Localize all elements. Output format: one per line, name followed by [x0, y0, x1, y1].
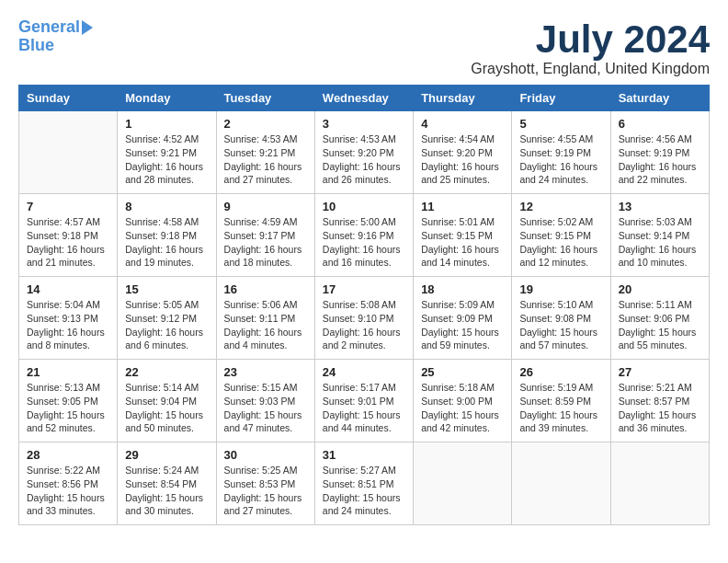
day-number: 8	[125, 200, 208, 213]
calendar-cell: 31Sunrise: 5:27 AM Sunset: 8:51 PM Dayli…	[314, 442, 413, 525]
day-info: Sunrise: 5:10 AM Sunset: 9:08 PM Dayligh…	[519, 298, 602, 352]
day-number: 16	[224, 282, 307, 296]
day-number: 7	[27, 200, 109, 213]
calendar-week-row: 7Sunrise: 4:57 AM Sunset: 9:18 PM Daylig…	[19, 194, 710, 277]
day-number: 29	[125, 448, 208, 462]
day-info: Sunrise: 4:55 AM Sunset: 9:19 PM Dayligh…	[519, 132, 602, 187]
day-info: Sunrise: 5:06 AM Sunset: 9:11 PM Dayligh…	[224, 298, 307, 352]
day-info: Sunrise: 5:01 AM Sunset: 9:15 PM Dayligh…	[421, 215, 504, 270]
day-info: Sunrise: 5:05 AM Sunset: 9:12 PM Dayligh…	[125, 298, 208, 352]
day-number: 24	[323, 365, 405, 379]
header-thursday: Thursday	[414, 86, 512, 111]
day-number: 1	[125, 117, 208, 131]
calendar-week-row: 1Sunrise: 4:52 AM Sunset: 9:21 PM Daylig…	[19, 111, 710, 194]
calendar-cell: 3Sunrise: 4:53 AM Sunset: 9:20 PM Daylig…	[314, 111, 413, 194]
calendar-cell	[19, 111, 118, 194]
calendar-week-row: 14Sunrise: 5:04 AM Sunset: 9:13 PM Dayli…	[19, 277, 710, 360]
header-friday: Friday	[512, 86, 610, 111]
day-number: 5	[519, 117, 602, 131]
calendar-cell: 12Sunrise: 5:02 AM Sunset: 9:15 PM Dayli…	[512, 194, 610, 277]
calendar-cell: 17Sunrise: 5:08 AM Sunset: 9:10 PM Dayli…	[314, 277, 413, 360]
day-number: 3	[323, 117, 405, 131]
day-info: Sunrise: 5:24 AM Sunset: 8:54 PM Dayligh…	[125, 464, 208, 518]
day-info: Sunrise: 4:53 AM Sunset: 9:21 PM Dayligh…	[224, 132, 307, 187]
calendar-cell: 19Sunrise: 5:10 AM Sunset: 9:08 PM Dayli…	[512, 277, 610, 360]
calendar-cell: 9Sunrise: 4:59 AM Sunset: 9:17 PM Daylig…	[216, 194, 314, 277]
day-info: Sunrise: 5:19 AM Sunset: 8:59 PM Dayligh…	[519, 381, 602, 435]
day-info: Sunrise: 5:09 AM Sunset: 9:09 PM Dayligh…	[421, 298, 504, 352]
header-saturday: Saturday	[610, 86, 709, 111]
calendar-cell: 28Sunrise: 5:22 AM Sunset: 8:56 PM Dayli…	[19, 442, 118, 525]
day-info: Sunrise: 5:18 AM Sunset: 9:00 PM Dayligh…	[421, 381, 504, 435]
day-number: 9	[224, 200, 307, 213]
logo-arrow-icon	[82, 20, 93, 35]
header-tuesday: Tuesday	[216, 86, 314, 111]
day-info: Sunrise: 5:25 AM Sunset: 8:53 PM Dayligh…	[224, 464, 307, 518]
day-info: Sunrise: 5:04 AM Sunset: 9:13 PM Dayligh…	[27, 298, 109, 352]
day-number: 11	[421, 200, 504, 213]
calendar-cell: 6Sunrise: 4:56 AM Sunset: 9:19 PM Daylig…	[610, 111, 709, 194]
day-info: Sunrise: 5:21 AM Sunset: 8:57 PM Dayligh…	[619, 381, 701, 435]
logo-blue: Blue	[18, 37, 54, 55]
calendar-cell: 11Sunrise: 5:01 AM Sunset: 9:15 PM Dayli…	[414, 194, 512, 277]
calendar-table: Sunday Monday Tuesday Wednesday Thursday…	[18, 85, 710, 525]
day-number: 14	[27, 282, 109, 296]
calendar-cell	[610, 442, 709, 525]
calendar-cell: 1Sunrise: 4:52 AM Sunset: 9:21 PM Daylig…	[118, 111, 216, 194]
calendar-cell: 4Sunrise: 4:54 AM Sunset: 9:20 PM Daylig…	[414, 111, 512, 194]
day-number: 20	[619, 282, 701, 296]
day-number: 30	[224, 448, 307, 462]
day-number: 25	[421, 365, 504, 379]
day-info: Sunrise: 4:57 AM Sunset: 9:18 PM Dayligh…	[27, 215, 109, 270]
day-number: 26	[519, 365, 602, 379]
header-wednesday: Wednesday	[314, 86, 413, 111]
calendar-cell: 24Sunrise: 5:17 AM Sunset: 9:01 PM Dayli…	[314, 360, 413, 442]
day-info: Sunrise: 5:22 AM Sunset: 8:56 PM Dayligh…	[27, 464, 109, 518]
calendar-cell: 18Sunrise: 5:09 AM Sunset: 9:09 PM Dayli…	[414, 277, 512, 360]
day-number: 31	[323, 448, 405, 462]
day-number: 18	[421, 282, 504, 296]
day-info: Sunrise: 4:58 AM Sunset: 9:18 PM Dayligh…	[125, 215, 208, 270]
day-number: 4	[421, 117, 504, 131]
calendar-cell: 10Sunrise: 5:00 AM Sunset: 9:16 PM Dayli…	[314, 194, 413, 277]
day-info: Sunrise: 4:56 AM Sunset: 9:19 PM Dayligh…	[619, 132, 701, 187]
calendar-cell: 13Sunrise: 5:03 AM Sunset: 9:14 PM Dayli…	[610, 194, 709, 277]
calendar-cell: 30Sunrise: 5:25 AM Sunset: 8:53 PM Dayli…	[216, 442, 314, 525]
day-info: Sunrise: 5:03 AM Sunset: 9:14 PM Dayligh…	[619, 215, 701, 270]
logo-text: General	[18, 18, 93, 37]
day-number: 21	[27, 365, 109, 379]
day-info: Sunrise: 5:02 AM Sunset: 9:15 PM Dayligh…	[519, 215, 602, 270]
calendar-cell: 14Sunrise: 5:04 AM Sunset: 9:13 PM Dayli…	[19, 277, 118, 360]
calendar-week-row: 28Sunrise: 5:22 AM Sunset: 8:56 PM Dayli…	[19, 442, 710, 525]
day-number: 28	[27, 448, 109, 462]
calendar-cell: 20Sunrise: 5:11 AM Sunset: 9:06 PM Dayli…	[610, 277, 709, 360]
day-info: Sunrise: 5:13 AM Sunset: 9:05 PM Dayligh…	[27, 381, 109, 435]
day-number: 2	[224, 117, 307, 131]
calendar-cell: 22Sunrise: 5:14 AM Sunset: 9:04 PM Dayli…	[118, 360, 216, 442]
day-number: 23	[224, 365, 307, 379]
day-info: Sunrise: 4:54 AM Sunset: 9:20 PM Dayligh…	[421, 132, 504, 187]
calendar-cell: 7Sunrise: 4:57 AM Sunset: 9:18 PM Daylig…	[19, 194, 118, 277]
day-number: 12	[519, 200, 602, 213]
day-number: 22	[125, 365, 208, 379]
calendar-cell: 21Sunrise: 5:13 AM Sunset: 9:05 PM Dayli…	[19, 360, 118, 442]
day-info: Sunrise: 5:17 AM Sunset: 9:01 PM Dayligh…	[323, 381, 405, 435]
logo: General Blue	[18, 18, 93, 55]
calendar-cell: 29Sunrise: 5:24 AM Sunset: 8:54 PM Dayli…	[118, 442, 216, 525]
calendar-cell: 27Sunrise: 5:21 AM Sunset: 8:57 PM Dayli…	[610, 360, 709, 442]
day-number: 13	[619, 200, 701, 213]
calendar-cell: 25Sunrise: 5:18 AM Sunset: 9:00 PM Dayli…	[414, 360, 512, 442]
day-info: Sunrise: 4:52 AM Sunset: 9:21 PM Dayligh…	[125, 132, 208, 187]
day-info: Sunrise: 5:15 AM Sunset: 9:03 PM Dayligh…	[224, 381, 307, 435]
day-info: Sunrise: 4:53 AM Sunset: 9:20 PM Dayligh…	[323, 132, 405, 187]
calendar-cell: 8Sunrise: 4:58 AM Sunset: 9:18 PM Daylig…	[118, 194, 216, 277]
calendar-cell	[414, 442, 512, 525]
day-number: 19	[519, 282, 602, 296]
day-info: Sunrise: 5:11 AM Sunset: 9:06 PM Dayligh…	[619, 298, 701, 352]
day-info: Sunrise: 5:27 AM Sunset: 8:51 PM Dayligh…	[323, 464, 405, 518]
calendar-cell: 15Sunrise: 5:05 AM Sunset: 9:12 PM Dayli…	[118, 277, 216, 360]
title-section: July 2024 Grayshott, England, United Kin…	[471, 18, 710, 77]
month-year-title: July 2024	[471, 18, 710, 61]
day-number: 6	[619, 117, 701, 131]
page-header: General Blue July 2024 Grayshott, Englan…	[18, 18, 710, 77]
